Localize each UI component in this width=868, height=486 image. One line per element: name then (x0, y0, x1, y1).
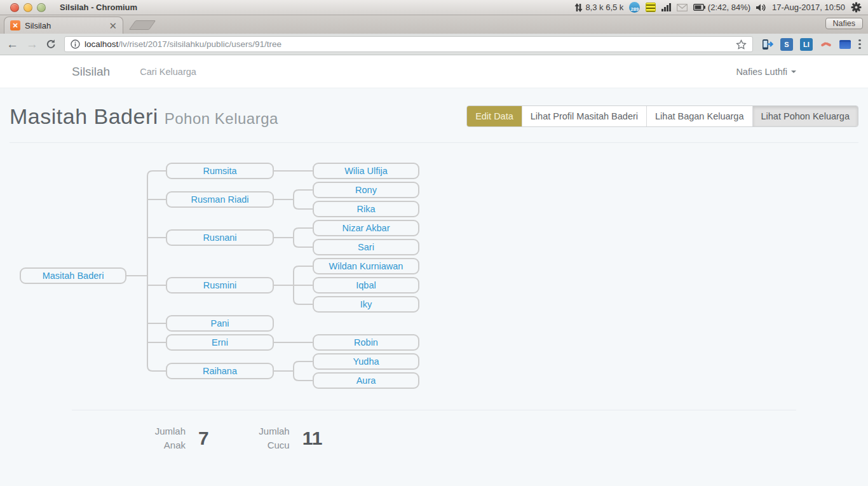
tree-node[interactable]: Masitah Baderi (20, 267, 126, 284)
new-tab-button[interactable] (129, 20, 156, 30)
header-divider (10, 142, 858, 143)
user-name: Nafies Luthfi (736, 67, 787, 77)
tree-node[interactable]: Wildan Kurniawan (313, 258, 419, 274)
lihat-bagan-button[interactable]: Lihat Bagan Keluarga (646, 106, 752, 126)
tree-node[interactable]: Rony (313, 182, 419, 198)
network-rate-text: 8,3 k 6,5 k (585, 3, 623, 12)
volume-icon[interactable] (756, 3, 766, 12)
stat-value-anak: 7 (198, 428, 209, 449)
mail-envelope-icon[interactable] (677, 4, 688, 11)
back-button[interactable]: ← (6, 38, 18, 50)
network-traffic-indicator[interactable]: 8,3 k 6,5 k (574, 3, 623, 12)
tab-favicon-icon: ✕ (10, 20, 20, 30)
tree-node[interactable]: Rusmini (166, 277, 274, 294)
tree-node[interactable]: Rusman Riadi (166, 191, 274, 208)
url-host: localhost (85, 39, 118, 49)
tree-node[interactable]: Yudha (313, 353, 419, 370)
tree-node[interactable]: Iky (313, 296, 419, 313)
system-panel: Silsilah - Chromium 8,3 k 6,5 k 289 (2:4… (0, 0, 868, 15)
tree-node[interactable]: Raihana (166, 363, 274, 379)
bookmark-star-icon[interactable] (736, 39, 747, 50)
stat-jumlah-anak: Jumlah Anak 7 (72, 424, 209, 452)
lihat-profil-button[interactable]: Lihat Profil Masitah Baderi (522, 106, 646, 126)
edit-data-button[interactable]: Edit Data (467, 106, 522, 126)
battery-icon (693, 4, 705, 11)
page-subtitle: Pohon Keluarga (165, 110, 278, 127)
action-button-group: Edit Data Lihat Profil Masitah Baderi Li… (466, 105, 858, 127)
browser-profile-button[interactable]: Nafies (825, 18, 863, 29)
page-title: Masitah Baderi Pohon Keluarga (10, 104, 278, 129)
stat-label-line1: Jumlah (146, 424, 186, 438)
clock-text[interactable]: 17-Aug-2017, 10:50 (772, 3, 845, 12)
box-extension-icon[interactable] (839, 40, 851, 49)
lihat-pohon-button[interactable]: Lihat Pohon Keluarga (752, 106, 858, 126)
stat-value-cucu: 11 (302, 428, 323, 449)
tree-node[interactable]: Pani (166, 315, 274, 332)
window-minimize-button[interactable] (24, 3, 32, 12)
phone-sync-extension-icon[interactable] (761, 38, 773, 51)
messenger-indicator-icon[interactable]: 289 (629, 2, 640, 13)
tree-node[interactable]: Aura (313, 372, 419, 389)
stat-label-line2: Anak (146, 438, 186, 452)
stat-jumlah-cucu: Jumlah Cucu 11 (257, 424, 323, 452)
task-list-indicator-icon[interactable] (646, 3, 656, 12)
navbar-brand[interactable]: Silsilah (72, 65, 110, 79)
browser-toolbar: ← → localhost/lv/riset/2017/silsilahku/p… (0, 34, 868, 55)
stat-label-line1: Jumlah (257, 424, 290, 438)
tree-node[interactable]: Rika (313, 201, 419, 217)
li-extension-icon[interactable]: LI (800, 38, 813, 51)
user-dropdown[interactable]: Nafies Luthfi (736, 67, 796, 77)
tree-node[interactable]: Rusnani (166, 229, 274, 246)
forward-button[interactable]: → (26, 38, 38, 50)
window-maximize-button[interactable] (37, 3, 46, 12)
tree-node[interactable]: Nizar Akbar (313, 220, 419, 236)
app-navbar: Silsilah Cari Keluarga Nafies Luthfi (0, 55, 868, 88)
s-extension-icon[interactable]: S (780, 38, 793, 51)
tree-node[interactable]: Erni (166, 334, 274, 351)
browser-menu-icon[interactable] (858, 39, 862, 50)
updown-arrows-icon (574, 3, 583, 12)
tree-node[interactable]: Robin (313, 334, 419, 351)
tree-node[interactable]: Wilia Ulfija (313, 163, 419, 179)
person-name: Masitah Baderi (10, 104, 158, 128)
stat-label-line2: Cucu (257, 438, 290, 452)
tab-strip: ✕ Silsilah ✕ Nafies (0, 15, 868, 34)
battery-status-text: (2:42, 84%) (708, 3, 750, 12)
signal-strength-icon[interactable] (661, 3, 671, 11)
family-tree: Wilia UlfijaRumsitaRonyRikaRusman RiadiN… (10, 157, 858, 393)
tab-title: Silsilah (25, 21, 104, 30)
reload-button[interactable] (46, 39, 57, 50)
window-controls (10, 3, 46, 12)
caret-down-icon (791, 71, 796, 73)
tab-close-icon[interactable]: ✕ (109, 21, 117, 30)
url-path: /lv/riset/2017/silsilahku/public/users/9… (118, 39, 281, 49)
tree-node[interactable]: Rumsita (166, 163, 274, 179)
window-close-button[interactable] (10, 3, 19, 12)
navbar-link-cari-keluarga[interactable]: Cari Keluarga (140, 67, 196, 77)
tab-silsilah[interactable]: ✕ Silsilah ✕ (4, 17, 123, 34)
hands-extension-icon[interactable] (820, 39, 832, 50)
url-bar[interactable]: localhost/lv/riset/2017/silsilahku/publi… (64, 36, 753, 52)
window-title: Silsilah - Chromium (60, 3, 137, 12)
page-content: Masitah Baderi Pohon Keluarga Edit Data … (0, 88, 868, 452)
stats-section: Jumlah Anak 7 Jumlah Cucu 11 (72, 410, 796, 452)
tree-node[interactable]: Iqbal (313, 277, 419, 294)
page-info-icon[interactable] (71, 39, 80, 49)
tree-node[interactable]: Sari (313, 239, 419, 255)
gear-icon[interactable] (851, 2, 862, 13)
battery-indicator[interactable]: (2:42, 84%) (693, 3, 750, 12)
